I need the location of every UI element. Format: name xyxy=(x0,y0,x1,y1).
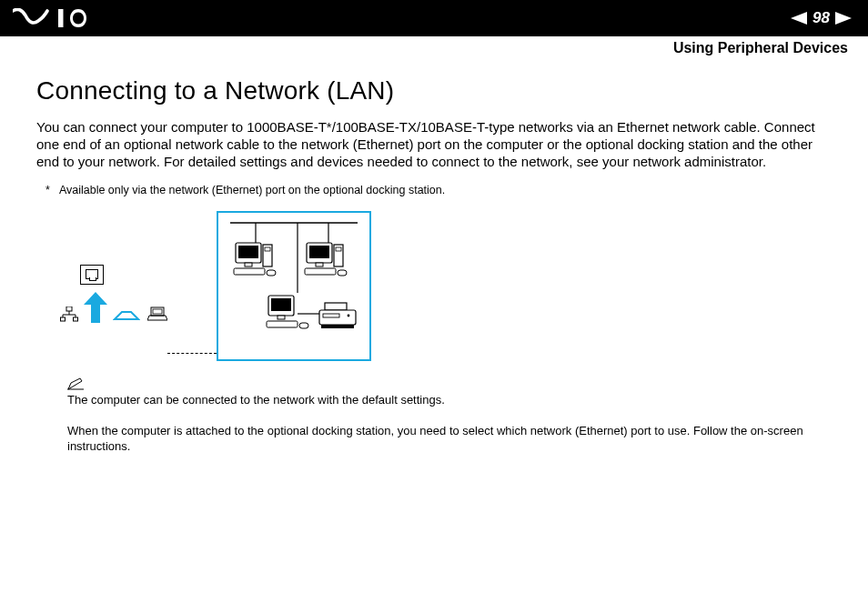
prev-page-arrow[interactable] xyxy=(791,12,807,25)
page-title: Connecting to a Network (LAN) xyxy=(36,76,832,106)
svg-rect-3 xyxy=(66,306,72,311)
footnote-mark: * xyxy=(45,184,50,196)
svg-marker-1 xyxy=(791,12,807,25)
content-area: Connecting to a Network (LAN) You can co… xyxy=(0,56,868,455)
network-glyph-icon xyxy=(60,306,78,327)
svg-marker-10 xyxy=(84,292,107,323)
svg-rect-23 xyxy=(234,268,265,275)
notes-block: The computer can be connected to the net… xyxy=(67,377,832,455)
section-title: Using Peripheral Devices xyxy=(0,36,868,56)
svg-rect-33 xyxy=(271,298,291,311)
svg-rect-28 xyxy=(334,245,343,266)
svg-rect-27 xyxy=(316,263,323,266)
svg-rect-20 xyxy=(245,263,252,266)
ethernet-port-icon xyxy=(80,265,104,285)
svg-rect-37 xyxy=(325,303,347,310)
svg-rect-41 xyxy=(321,325,354,328)
page-navigator: 98 xyxy=(791,9,852,27)
footnote-text: Available only via the network (Ethernet… xyxy=(59,184,445,196)
footnote: * Available only via the network (Ethern… xyxy=(45,184,832,196)
svg-rect-31 xyxy=(338,270,347,276)
header-bar: 98 xyxy=(0,0,868,36)
network-diagram xyxy=(36,206,832,361)
dashed-connector xyxy=(167,353,217,354)
note-line-1: The computer can be connected to the net… xyxy=(67,393,832,407)
svg-rect-24 xyxy=(267,270,276,276)
svg-rect-21 xyxy=(263,245,272,266)
svg-rect-0 xyxy=(58,9,64,27)
svg-rect-9 xyxy=(74,317,78,321)
svg-rect-35 xyxy=(267,321,298,327)
network-topology-box xyxy=(217,211,371,361)
svg-rect-30 xyxy=(305,268,336,275)
svg-rect-19 xyxy=(238,246,258,258)
intro-paragraph: You can connect your computer to 1000BAS… xyxy=(36,118,832,171)
vaio-logo xyxy=(13,8,113,28)
note-line-2: When the computer is attached to the opt… xyxy=(67,423,832,455)
svg-rect-34 xyxy=(278,316,285,319)
pencil-note-icon xyxy=(67,377,84,393)
svg-rect-26 xyxy=(309,246,329,258)
svg-marker-2 xyxy=(835,12,852,25)
svg-point-40 xyxy=(348,314,350,317)
page-number: 98 xyxy=(812,9,830,27)
next-page-arrow[interactable] xyxy=(835,12,852,25)
dock-icon xyxy=(113,308,140,325)
laptop-icon xyxy=(147,306,167,325)
svg-rect-12 xyxy=(153,309,162,314)
svg-rect-36 xyxy=(299,323,308,328)
svg-rect-8 xyxy=(61,317,66,321)
up-arrow-icon xyxy=(84,292,107,327)
